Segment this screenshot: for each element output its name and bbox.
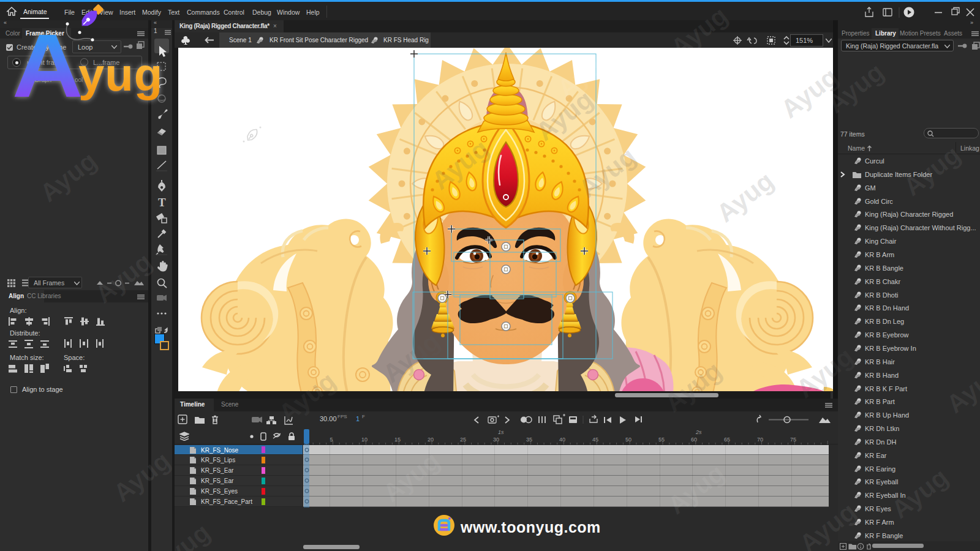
svg-text:A: A [12, 16, 83, 116]
svg-text:T: T [158, 196, 166, 209]
svg-text:yug: yug [78, 48, 163, 100]
